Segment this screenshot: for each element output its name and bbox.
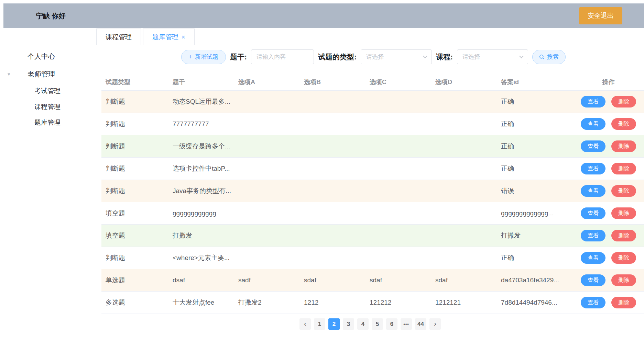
delete-button[interactable]: 删除 xyxy=(611,163,636,174)
sidebar-item-exam-admin[interactable]: 考试管理 xyxy=(0,83,96,99)
tab-bar: 课程管理 题库管理 × xyxy=(96,28,644,45)
course-select[interactable]: 请选择 xyxy=(457,49,528,64)
page-button-2-active[interactable]: 2 xyxy=(328,318,340,330)
cell-actions: 查看 删除 xyxy=(573,140,644,152)
delete-button[interactable]: 删除 xyxy=(611,252,636,264)
cell-stem: dsaf xyxy=(168,276,234,284)
page-button-3[interactable]: 3 xyxy=(343,318,354,330)
question-type-select[interactable]: 请选择 xyxy=(361,49,432,64)
page-button-44[interactable]: 44 xyxy=(415,318,426,330)
table-row: 判断题 动态SQL运用最多... 正确 查看 删除 xyxy=(101,91,644,113)
delete-button[interactable]: 删除 xyxy=(611,118,636,130)
page-button-4[interactable]: 4 xyxy=(357,318,369,330)
delete-button[interactable]: 删除 xyxy=(611,96,636,107)
page-button-1[interactable]: 1 xyxy=(314,318,325,330)
cell-stem: 选项卡控件中tabP... xyxy=(168,164,234,173)
next-page-button[interactable]: › xyxy=(429,318,441,330)
page-button-5[interactable]: 5 xyxy=(372,318,383,330)
add-question-button[interactable]: + 新增试题 xyxy=(181,50,226,64)
cell-question-type: 多选题 xyxy=(101,298,168,307)
cell-option-a: 打撒发2 xyxy=(234,298,300,307)
pagination: ‹ 1 2 3 4 5 6 ••• 44 › xyxy=(96,318,644,330)
sidebar-item-personal-center[interactable]: 个人中心 xyxy=(0,47,96,65)
cell-actions: 查看 删除 xyxy=(573,274,644,286)
view-button[interactable]: 查看 xyxy=(581,297,605,308)
column-header-type: 试题类型 xyxy=(101,78,168,86)
tab-question-bank[interactable]: 题库管理 × xyxy=(143,29,195,45)
tab-course-admin[interactable]: 课程管理 xyxy=(96,29,141,45)
table-header-row: 试题类型 题干 选项A 选项B 选项C 选项D 答案id 操作 xyxy=(101,73,644,91)
cell-stem: <where>元素主要... xyxy=(168,253,234,262)
column-header-actions: 操作 xyxy=(573,78,644,86)
cell-stem: 7777777777 xyxy=(168,120,234,128)
question-type-label: 试题的类型: xyxy=(318,52,357,62)
cell-actions: 查看 删除 xyxy=(573,297,644,308)
cell-question-type: 填空题 xyxy=(101,231,168,240)
column-header-option-b: 选项B xyxy=(300,78,365,86)
sidebar-item-question-bank[interactable]: 题库管理 xyxy=(0,115,96,131)
view-button[interactable]: 查看 xyxy=(581,140,605,152)
delete-button[interactable]: 删除 xyxy=(611,297,636,308)
prev-page-button[interactable]: ‹ xyxy=(299,318,311,330)
cell-actions: 查看 删除 xyxy=(573,185,644,197)
close-icon[interactable]: × xyxy=(182,34,185,40)
view-button[interactable]: 查看 xyxy=(581,207,605,219)
view-button[interactable]: 查看 xyxy=(581,274,605,286)
tab-label: 课程管理 xyxy=(106,33,132,42)
delete-button[interactable]: 删除 xyxy=(611,230,636,241)
cell-actions: 查看 删除 xyxy=(573,230,644,241)
stem-input[interactable] xyxy=(251,49,314,64)
delete-button[interactable]: 删除 xyxy=(611,140,636,152)
view-button[interactable]: 查看 xyxy=(581,163,605,174)
question-table: 试题类型 题干 选项A 选项B 选项C 选项D 答案id 操作 判断题 动态SQ… xyxy=(101,73,644,314)
main-content: 课程管理 题库管理 × + 新增试题 题干: 试题的类型: 请选择 xyxy=(96,28,644,340)
view-button[interactable]: 查看 xyxy=(581,118,605,130)
cell-answer-id: 正确 xyxy=(497,97,573,106)
logout-button[interactable]: 安全退出 xyxy=(579,7,622,24)
table-row: 填空题 打撒发 打撒发 查看 删除 xyxy=(101,225,644,247)
delete-button[interactable]: 删除 xyxy=(611,185,636,197)
delete-button[interactable]: 删除 xyxy=(611,274,636,286)
toolbar: + 新增试题 题干: 试题的类型: 请选择 课程: 请选择 xyxy=(181,49,644,64)
cell-option-c: sdaf xyxy=(365,276,431,284)
cell-question-type: 判断题 xyxy=(101,97,168,106)
cell-answer-id: 正确 xyxy=(497,164,573,173)
page-button-6[interactable]: 6 xyxy=(386,318,397,330)
more-pages-icon[interactable]: ••• xyxy=(401,318,412,330)
add-question-label: 新增试题 xyxy=(195,53,218,61)
plus-icon: + xyxy=(189,54,193,60)
user-greeting: 宁缺 你好 xyxy=(36,11,66,21)
cell-option-b: 1212 xyxy=(300,299,365,306)
sidebar-item-course-admin[interactable]: 课程管理 xyxy=(0,99,96,115)
cell-question-type: 判断题 xyxy=(101,253,168,262)
table-row: 判断题 7777777777 正确 查看 删除 xyxy=(101,113,644,135)
delete-button[interactable]: 删除 xyxy=(611,207,636,219)
cell-answer-id: 正确 xyxy=(497,253,573,262)
cell-answer-id: ggggggggggggg... xyxy=(497,209,573,217)
cell-answer-id: 正确 xyxy=(497,120,573,128)
cell-option-d: 1212121 xyxy=(431,299,497,306)
sidebar-item-teacher-admin[interactable]: ▾ 老师管理 xyxy=(0,65,96,83)
cell-answer-id: 正确 xyxy=(497,142,573,151)
stem-label: 题干: xyxy=(230,52,247,62)
cell-actions: 查看 删除 xyxy=(573,118,644,130)
caret-down-icon: ▾ xyxy=(8,71,10,77)
cell-actions: 查看 删除 xyxy=(573,96,644,107)
column-header-option-c: 选项C xyxy=(365,78,431,86)
view-button[interactable]: 查看 xyxy=(581,96,605,107)
cell-answer-id: 打撒发 xyxy=(497,231,573,240)
table-row: 判断题 Java事务的类型有... 错误 查看 删除 xyxy=(101,180,644,202)
chevron-down-icon xyxy=(519,54,524,58)
column-header-option-d: 选项D xyxy=(431,78,497,86)
view-button[interactable]: 查看 xyxy=(581,185,605,197)
view-button[interactable]: 查看 xyxy=(581,230,605,241)
tab-label: 题库管理 xyxy=(152,33,178,42)
cell-answer-id: 错误 xyxy=(497,186,573,195)
search-button[interactable]: 搜索 xyxy=(532,50,566,64)
cell-question-type: 填空题 xyxy=(101,209,168,218)
cell-option-c: 121212 xyxy=(365,299,431,306)
view-button[interactable]: 查看 xyxy=(581,252,605,264)
search-icon xyxy=(539,54,545,60)
table-row: 判断题 <where>元素主要... 正确 查看 删除 xyxy=(101,247,644,269)
table-row: 单选题 dsaf sadf sdaf sdaf sdaf da4703a16fe… xyxy=(101,269,644,292)
